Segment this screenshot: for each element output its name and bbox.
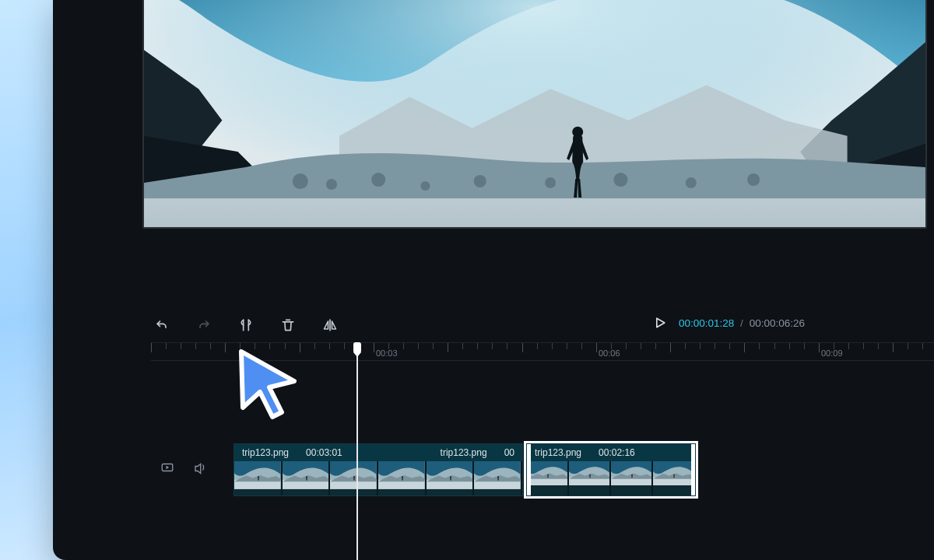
playhead-line	[356, 348, 358, 560]
timeline-toolbar	[151, 314, 341, 336]
clip-filename: trip123.png	[242, 447, 289, 458]
video-track-icon[interactable]	[160, 460, 174, 478]
ruler-label: 00:06	[599, 348, 620, 358]
split-button[interactable]	[235, 314, 257, 336]
playhead[interactable]	[352, 342, 363, 359]
timecode-total: 00:00:06:26	[750, 317, 805, 329]
track-headers	[160, 460, 207, 478]
clip-filename: trip123.png	[441, 447, 487, 458]
video-editor-window: 00:00:01:28 / 00:00:06:26 00:03 00:06 00…	[53, 0, 934, 560]
timecode-separator: /	[740, 317, 743, 329]
delete-button[interactable]	[277, 314, 299, 336]
undo-button[interactable]	[151, 314, 173, 336]
clip-trim-handle-right[interactable]	[691, 443, 696, 496]
timeline-clip[interactable]: trip123.png 00:03:01 trip123.png 00	[234, 443, 523, 496]
ruler-label: 00:09	[821, 348, 843, 358]
clip-time-partial: 00	[504, 447, 514, 458]
audio-track-icon[interactable]	[193, 460, 207, 478]
video-track-lane[interactable]: trip123.png 00:03:01 trip123.png 00 trip…	[234, 443, 704, 496]
clip-duration: 00:03:01	[306, 447, 342, 458]
mirror-button[interactable]	[319, 314, 341, 336]
clip-filename: trip123.png	[535, 447, 581, 458]
clip-trim-handle-left[interactable]	[526, 443, 531, 496]
redo-button[interactable]	[193, 314, 215, 336]
timecode-current: 00:00:01:28	[679, 317, 734, 329]
clip-duration: 00:02:16	[599, 447, 635, 458]
play-button[interactable]	[652, 315, 668, 331]
ruler-label: 00:03	[376, 348, 398, 358]
timeline-clip-selected[interactable]: trip123.png 00:02:16	[526, 443, 696, 496]
timeline-ruler[interactable]	[151, 342, 934, 361]
timecode-readout: 00:00:01:28 / 00:00:06:26	[652, 315, 805, 331]
preview-viewport[interactable]	[142, 0, 927, 229]
